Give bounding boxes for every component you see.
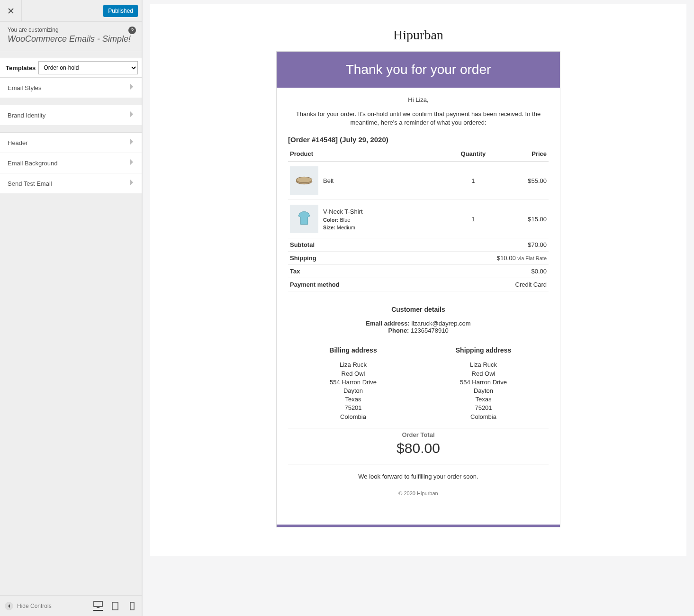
shipping-value: $10.00 via Flat Rate (418, 252, 549, 265)
product-thumb (290, 166, 318, 195)
email-header: Thank you for your order (277, 52, 560, 88)
chevron-right-icon (129, 138, 134, 147)
address-line: Liza Ruck (288, 361, 418, 369)
send-test-email-label: Send Test Email (8, 180, 52, 187)
template-select[interactable]: Order on-hold (38, 61, 138, 74)
email-footer: © 2020 Hipurban (288, 480, 549, 510)
address-line: Red Owl (288, 370, 418, 378)
header-label: Header (8, 139, 28, 146)
close-button[interactable] (0, 0, 22, 22)
customizer-context: You are customizing WooCommerce Emails -… (0, 22, 142, 51)
device-switcher (93, 601, 137, 611)
email-styles-label: Email Styles (8, 84, 42, 91)
template-selector-row: Templates Order on-hold (0, 58, 142, 78)
address-line: Texas (288, 395, 418, 404)
product-attribute: Size: Medium (323, 225, 363, 230)
svg-rect-3 (130, 602, 134, 610)
email-background-label: Email Background (8, 160, 58, 167)
publish-status-button[interactable]: Published (103, 5, 138, 17)
address-line: 75201 (418, 404, 549, 412)
address-line: 554 Harron Drive (288, 378, 418, 387)
order-heading: [Order #14548] (July 29, 2020) (288, 136, 549, 144)
sidebar-footer: Hide Controls (0, 595, 142, 616)
device-desktop-button[interactable] (93, 601, 103, 611)
hide-controls-label: Hide Controls (17, 603, 52, 609)
brand-identity-label: Brand Identity (8, 112, 45, 119)
tablet-icon (112, 602, 118, 610)
email-greeting: Hi Liza, (288, 96, 549, 103)
address-grid: Billing address Liza RuckRed Owl554 Harr… (288, 346, 549, 421)
device-mobile-button[interactable] (127, 601, 137, 611)
shipping-address: Shipping address Liza RuckRed Owl554 Har… (418, 346, 549, 421)
svg-rect-1 (97, 607, 99, 608)
billing-address: Billing address Liza RuckRed Owl554 Harr… (288, 346, 418, 421)
address-line: 554 Harron Drive (418, 378, 549, 387)
collapse-icon (5, 602, 13, 610)
svg-point-5 (296, 177, 312, 183)
brand-title: Hipurban (269, 27, 568, 43)
shipping-label: Shipping (288, 252, 418, 265)
shipping-title: Shipping address (418, 346, 549, 354)
hide-controls-button[interactable]: Hide Controls (5, 602, 52, 610)
customizing-label: You are customizing (8, 27, 134, 33)
chevron-right-icon (129, 179, 134, 188)
address-line: Dayton (418, 387, 549, 395)
mobile-icon (130, 602, 135, 610)
table-row: Belt1$55.00 (288, 162, 549, 200)
th-price: Price (503, 146, 549, 162)
address-line: Colombia (288, 413, 418, 421)
price-cell: $55.00 (503, 162, 549, 200)
address-line: Dayton (288, 387, 418, 395)
order-items-table: Product Quantity Price Belt1$55.00V-Neck… (288, 146, 549, 238)
section-header[interactable]: Header (0, 132, 142, 153)
order-total-value: $80.00 (288, 440, 549, 456)
customizer-sidebar: Published You are customizing WooCommerc… (0, 0, 142, 616)
chevron-right-icon (129, 111, 134, 119)
section-email-background[interactable]: Email Background (0, 153, 142, 173)
section-brand-identity[interactable]: Brand Identity (0, 105, 142, 126)
templates-label: Templates (0, 60, 38, 76)
svg-rect-2 (112, 602, 118, 610)
payment-label: Payment method (288, 278, 418, 291)
order-total-section: Order Total $80.00 (288, 428, 549, 464)
tax-value: $0.00 (418, 265, 549, 278)
address-line: Colombia (418, 413, 549, 421)
order-total-label: Order Total (288, 431, 549, 438)
email-card: Thank you for your order Hi Liza, Thanks… (276, 51, 560, 527)
chevron-right-icon (129, 159, 134, 167)
email-bottom-bar (277, 525, 560, 527)
email-intro: Thanks for your order. It's on-hold unti… (288, 110, 549, 127)
product-attribute: Color: Blue (323, 217, 363, 223)
payment-value: Credit Card (418, 278, 549, 291)
closing-message: We look forward to fulfilling your order… (288, 473, 549, 480)
address-line: 75201 (288, 404, 418, 412)
preview-pane: Hipurban Thank you for your order Hi Liz… (142, 0, 694, 616)
price-cell: $15.00 (503, 200, 549, 238)
device-tablet-button[interactable] (110, 601, 120, 611)
help-icon[interactable]: ? (128, 27, 136, 34)
table-row: V-Neck T-ShirtColor: BlueSize: Medium1$1… (288, 200, 549, 238)
th-product: Product (288, 146, 444, 162)
customizer-title: WooCommerce Emails - Simple! (8, 34, 134, 44)
qty-cell: 1 (444, 162, 503, 200)
customer-details: Customer details Email address: lizaruck… (288, 306, 549, 334)
product-name: V-Neck T-Shirt (323, 208, 363, 215)
chevron-right-icon (129, 83, 134, 92)
order-totals-table: Subtotal $70.00 Shipping $10.00 via Flat… (288, 238, 549, 291)
customer-details-title: Customer details (288, 306, 549, 313)
product-thumb (290, 205, 318, 233)
customer-email: Email address: lizaruck@dayrep.com (288, 320, 549, 327)
th-quantity: Quantity (444, 146, 503, 162)
tax-label: Tax (288, 265, 418, 278)
address-line: Red Owl (418, 370, 549, 378)
qty-cell: 1 (444, 200, 503, 238)
subtotal-label: Subtotal (288, 238, 418, 252)
sidebar-topbar: Published (0, 0, 142, 22)
section-email-styles[interactable]: Email Styles (0, 78, 142, 98)
section-send-test-email[interactable]: Send Test Email (0, 173, 142, 194)
customer-phone: Phone: 12365478910 (288, 327, 549, 334)
svg-rect-0 (94, 601, 102, 607)
address-line: Liza Ruck (418, 361, 549, 369)
desktop-icon (93, 601, 103, 608)
product-name: Belt (323, 177, 333, 184)
